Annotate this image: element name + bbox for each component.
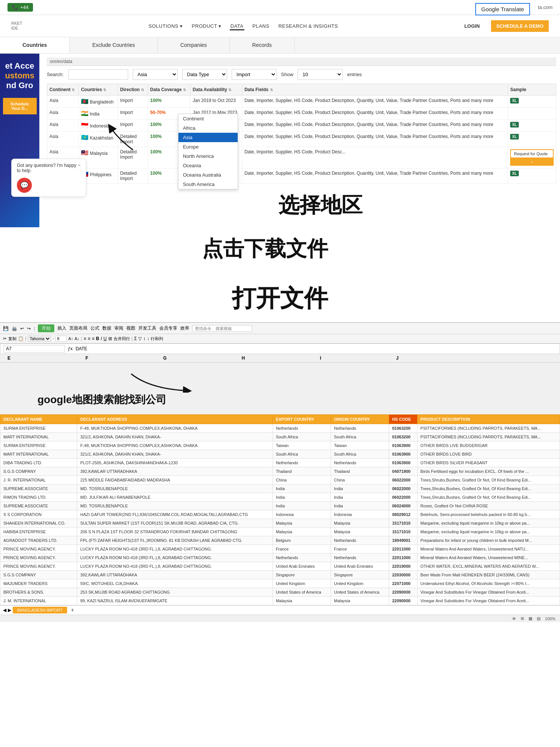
merge-icon[interactable]: 合并同行 (114, 336, 130, 342)
filter-icon[interactable]: ▽ (138, 336, 142, 341)
continent-select[interactable]: Asia (133, 69, 178, 80)
cell-sample[interactable]: XL (508, 132, 556, 147)
table-icon[interactable]: ⊞ (108, 336, 112, 341)
nav-research[interactable]: RESEARCH & INSIGHTS (278, 22, 339, 30)
col-declarant-name[interactable]: DECLARANT NAME (0, 415, 77, 424)
direction-select[interactable]: Import (232, 69, 277, 80)
data-type-select[interactable]: Data Type (182, 69, 227, 80)
table-row: S.G.S COMPANY392,KAWLAR UTTARADHAKASinga… (0, 571, 560, 579)
nav-product[interactable]: PRODUCT (191, 22, 222, 30)
request-quote-arrow[interactable]: › (510, 158, 554, 166)
google-translate-label: Google Translate (481, 6, 524, 12)
toolbar-view[interactable]: 视图 (126, 325, 135, 332)
show-count-select[interactable]: 10 (298, 69, 343, 80)
sheet-tab-bangladesh[interactable]: BANGLADESH IMPORT (13, 607, 67, 614)
nav-solutions[interactable]: SOLUTIONS (148, 22, 183, 30)
chat-icon[interactable]: 💬 (17, 178, 32, 193)
italic-icon[interactable]: I (101, 336, 102, 341)
bold-icon[interactable]: B (96, 336, 99, 341)
paste-icon[interactable]: 📋 (18, 336, 24, 341)
cell-sample (508, 108, 556, 120)
dropdown-item-oceania[interactable]: Oceania (178, 161, 238, 170)
excel-download-icon[interactable]: XL (510, 134, 519, 140)
nav-prev-sheet[interactable]: ◀ (3, 608, 6, 613)
excel-download-icon[interactable]: XL (510, 122, 519, 128)
nav-demo-button[interactable]: SCHEDULE A DEMO (491, 20, 549, 32)
excel-download-icon[interactable]: XL (510, 98, 519, 104)
col-sample[interactable]: Sample (508, 84, 556, 96)
col-declarant-address[interactable]: DECLARANT ADDRESS (77, 415, 273, 424)
tab-records[interactable]: Records (230, 38, 295, 53)
col-availability[interactable]: Data Availability ⇅ (190, 84, 242, 96)
dropdown-item-africa[interactable]: Africa (178, 123, 238, 133)
search-commands-input[interactable] (192, 325, 252, 332)
col-direction[interactable]: Direction ⇅ (118, 84, 148, 96)
toolbar-efficiency[interactable]: 效率 (180, 325, 189, 332)
toolbar-review[interactable]: 审阅 (114, 325, 123, 332)
nav-plans[interactable]: PLANS (252, 22, 270, 30)
toolbar-icon-redo[interactable]: ↪ (27, 326, 31, 331)
align-right-icon[interactable]: ≡ (92, 336, 94, 341)
google-translate-box[interactable]: Google Translate (475, 3, 530, 15)
toolbar-icon-undo[interactable]: ↩ (20, 326, 24, 331)
toolbar-insert[interactable]: 插入 (57, 325, 66, 332)
toolbar-dev-tools[interactable]: 开发工具 (138, 325, 156, 332)
align-center-icon[interactable]: ≡ (88, 336, 90, 341)
col-origin-country[interactable]: ORIGIN COUNTRY (331, 415, 389, 424)
cell-sample[interactable]: XL (508, 168, 556, 184)
chat-close-button[interactable]: × (78, 163, 81, 168)
align-left-icon[interactable]: ≡ (84, 336, 86, 341)
tab-countries[interactable]: Countries (0, 38, 70, 53)
search-input[interactable] (68, 69, 128, 80)
col-coverage[interactable]: Data Coverage ⇅ (148, 84, 190, 96)
font-size-input[interactable] (55, 336, 67, 342)
copy-label[interactable]: 复制 (8, 336, 16, 342)
orange-table-wrapper: DECLARANT NAME DECLARANT ADDRESS EXPORT … (0, 414, 560, 605)
col-hs-code[interactable]: HS CODE (389, 415, 417, 424)
toolbar-member[interactable]: 会员专享 (159, 325, 177, 332)
toolbar-formula[interactable]: 公式 (90, 325, 99, 332)
auto-sum-icon[interactable]: Σ (134, 336, 137, 341)
flag-icon: 🇮🇳 (81, 110, 88, 117)
tab-companies[interactable]: Companies (158, 38, 230, 53)
col-continent[interactable]: Continent ⇅ (47, 84, 79, 96)
phone-badge[interactable]: 📞 +44 (7, 3, 33, 12)
top-bar: 📞 +44 Google Translate ta.com (0, 0, 560, 15)
cut-icon[interactable]: ✂ (3, 336, 7, 341)
font-decrease-icon[interactable]: A↓ (75, 336, 79, 341)
row-col-icon[interactable]: 行和列 (151, 336, 163, 342)
dropdown-item-north-america[interactable]: North America (178, 152, 238, 161)
dropdown-item-europe[interactable]: Europe (178, 142, 238, 152)
schedule-demo-button[interactable]: Schedule Your D... (3, 98, 37, 114)
font-select[interactable]: Tahoma (28, 336, 51, 342)
add-sheet-button[interactable]: + (71, 607, 74, 614)
sort-icon[interactable]: ↕ (143, 336, 145, 341)
dropdown-item-continent[interactable]: Continent (178, 114, 238, 123)
col-product-desc[interactable]: PRODUCT DESCRIPTION (417, 415, 560, 424)
nav-data[interactable]: DATA (230, 22, 244, 30)
cell-sample[interactable]: XL (508, 96, 556, 108)
tab-exclude-countries[interactable]: Exclude Countries (70, 38, 158, 53)
col-countries[interactable]: Countries ⇅ (79, 84, 118, 96)
toolbar-page-layout[interactable]: 页面布局 (69, 325, 87, 332)
dropdown-item-south-america[interactable]: South America (178, 180, 238, 189)
col-export-country[interactable]: EXPORT COUNTRY (273, 415, 331, 424)
nav-login[interactable]: LOGIN (464, 23, 480, 29)
cell-reference-input[interactable]: A7 (3, 345, 65, 352)
cell-sample[interactable]: XL (508, 120, 556, 132)
toolbar-start-button[interactable]: 开始 (38, 324, 54, 332)
dropdown-item-asia[interactable]: Asia (178, 133, 238, 142)
col-fields[interactable]: Data Fields ⇅ (242, 84, 508, 96)
nav-next-sheet[interactable]: ▶ (8, 608, 11, 613)
fill-icon[interactable]: ↓ (147, 336, 149, 341)
underline-icon[interactable]: U (103, 336, 107, 341)
font-increase-icon[interactable]: A↑ (68, 336, 73, 341)
dropdown-item-oceania-australia[interactable]: Oceania Australia (178, 170, 238, 180)
formula-input[interactable]: DATE (76, 346, 557, 351)
toolbar-data[interactable]: 数据 (102, 325, 111, 332)
request-quote-box[interactable]: Request for Quote (510, 149, 554, 158)
toolbar-icon-save[interactable]: 💾 (3, 326, 9, 331)
col-h-header: H (242, 356, 245, 361)
excel-download-icon[interactable]: XL (510, 171, 519, 176)
toolbar-icon-print[interactable]: 🖨️ (12, 326, 17, 331)
